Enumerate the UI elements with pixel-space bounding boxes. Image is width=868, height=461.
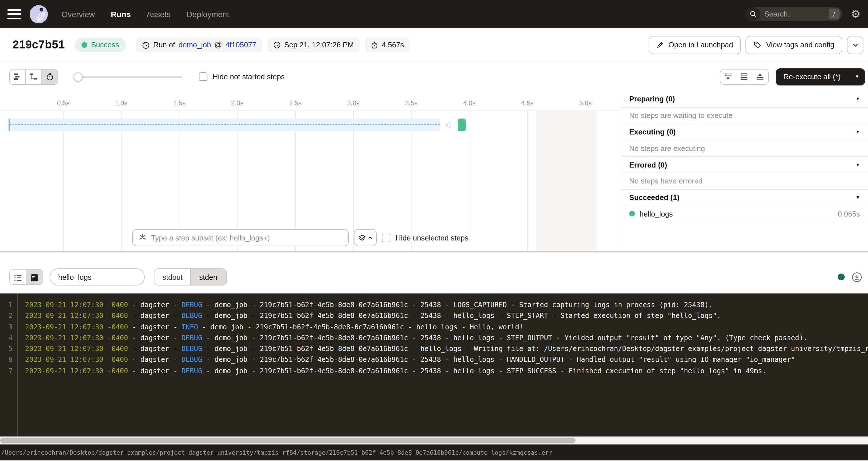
panel-section-header: Errored (0)▼ — [621, 157, 868, 173]
gantt-overflow-band — [536, 111, 597, 251]
raw-log-view-button[interactable] — [26, 270, 43, 285]
section-collapse-caret-icon[interactable]: ▼ — [856, 97, 860, 102]
log-file-path: /Users/erincochran/Desktop/dagster-examp… — [1, 449, 552, 456]
log-io-tabs: stdoutstderr — [154, 268, 226, 285]
panel-section-header: Executing (0)▼ — [621, 124, 868, 141]
op-selector-icon — [138, 234, 147, 242]
timed-gantt-view-button[interactable] — [41, 69, 58, 84]
log-line: 62023-09-21 12:07:30 -0400 - dagster - D… — [0, 355, 868, 366]
panel-layout-group — [719, 69, 769, 85]
waterfall-gantt-view-button[interactable] — [26, 69, 41, 84]
duration-tag: 4.567s — [365, 37, 410, 52]
collapse-panel-down-button[interactable] — [720, 69, 736, 84]
log-tab-stdout[interactable]: stdout — [154, 269, 191, 285]
hide-not-started-label[interactable]: Hide not started steps — [213, 72, 285, 81]
panel-section-title: Executing (0) — [629, 128, 856, 136]
log-line-text: 2023-09-21 12:07:30 -0400 - dagster - DE… — [25, 300, 713, 311]
history-icon — [142, 41, 150, 49]
run-id: 219c7b51 — [12, 38, 65, 51]
nav-item-runs[interactable]: Runs — [111, 9, 131, 19]
log-step-select[interactable]: hello_logs — [50, 268, 145, 285]
timestamp-tag: Sep 21, 12:07:26 PM — [267, 37, 359, 52]
gantt-chart: 0.5s1.0s1.5s2.0s2.5s3.0s3.5s4.0s4.5s5.0s — [0, 91, 621, 251]
run-header: 219c7b51 Success Run of demo_job @ 4f105… — [0, 28, 868, 62]
log-line: 22023-09-21 12:07:30 -0400 - dagster - D… — [0, 311, 868, 322]
gantt-time-axis: 0.5s1.0s1.5s2.0s2.5s3.0s3.5s4.0s4.5s5.0s — [0, 91, 621, 111]
nav-item-overview[interactable]: Overview — [62, 9, 95, 19]
panel-empty-message: No steps have errored — [621, 173, 868, 190]
status-bar: /Users/erincochran/Desktop/dagster-examp… — [0, 444, 868, 460]
nav-item-assets[interactable]: Assets — [147, 9, 171, 19]
log-line-text: 2023-09-21 12:07:30 -0400 - dagster - IN… — [25, 322, 523, 333]
log-line: 32023-09-21 12:07:30 -0400 - dagster - I… — [0, 322, 868, 333]
axis-gridline — [469, 111, 470, 251]
log-line-text: 2023-09-21 12:07:30 -0400 - dagster - DE… — [25, 333, 807, 344]
axis-tick-label: 1.5s — [173, 100, 186, 106]
dagster-logo-icon[interactable] — [30, 5, 48, 23]
structured-log-view-button[interactable] — [10, 270, 26, 285]
reexecute-caret-icon[interactable]: ▼ — [849, 68, 865, 85]
pencil-icon — [656, 41, 664, 49]
hide-unselected-checkbox[interactable] — [382, 233, 391, 242]
view-tags-config-button[interactable]: View tags and config — [746, 36, 842, 54]
axis-tick-label: 2.5s — [289, 100, 302, 106]
menu-icon[interactable] — [7, 9, 21, 19]
axis-tick-label: 0.5s — [57, 100, 69, 106]
step-subset-box[interactable] — [132, 229, 349, 246]
search-shortcut-badge: / — [829, 8, 839, 19]
log-status-dot-icon — [838, 274, 845, 280]
log-line-number: 2 — [0, 311, 12, 322]
search-input[interactable] — [764, 10, 818, 18]
axis-gridline — [527, 111, 528, 251]
log-line-number: 4 — [0, 333, 12, 344]
download-log-button[interactable] — [851, 272, 862, 282]
step-exec-bar[interactable] — [458, 119, 466, 131]
job-link[interactable]: demo_job — [178, 40, 211, 49]
slider-thumb[interactable] — [73, 72, 83, 81]
axis-tick-label: 1.0s — [115, 100, 128, 106]
step-name: hello_logs — [640, 210, 833, 218]
panel-step-row[interactable]: hello_logs0.065s — [621, 206, 868, 222]
log-hscrollbar-thumb[interactable] — [0, 438, 576, 443]
step-subset-input[interactable] — [151, 233, 343, 242]
hide-unselected-label[interactable]: Hide unselected steps — [396, 233, 468, 242]
search-box[interactable]: / — [746, 7, 842, 21]
step-duration: 0.065s — [838, 210, 860, 218]
log-line-number: 1 — [0, 300, 12, 311]
slider-track[interactable] — [73, 75, 182, 78]
hide-not-started-checkbox[interactable] — [199, 72, 208, 81]
step-waiting-bar[interactable] — [8, 119, 440, 131]
version-link[interactable]: 4f105077 — [225, 40, 256, 49]
log-hscrollbar — [0, 436, 868, 444]
gantt-section: 0.5s1.0s1.5s2.0s2.5s3.0s3.5s4.0s4.5s5.0s — [0, 91, 868, 251]
log-line-number: 7 — [0, 366, 12, 377]
log-line-number: 5 — [0, 344, 12, 355]
dagster-run-page: OverviewRunsAssetsDeployment / ⚙ 219c7b5… — [0, 0, 868, 461]
log-output: 12023-09-21 12:07:30 -0400 - dagster - D… — [0, 294, 868, 436]
log-tab-stderr[interactable]: stderr — [191, 269, 226, 285]
panel-section-header: Succeeded (1)▼ — [621, 190, 868, 206]
log-line: 12023-09-21 12:07:30 -0400 - dagster - D… — [0, 300, 868, 311]
gantt-zoom-slider[interactable] — [73, 72, 182, 81]
flat-gantt-view-button[interactable] — [10, 69, 26, 84]
status-badge: Success — [74, 37, 126, 52]
collapse-panel-up-button[interactable] — [752, 69, 768, 84]
more-actions-button[interactable] — [847, 36, 863, 54]
run-of-tag: Run of demo_job @ 4f105077 — [136, 37, 262, 52]
section-collapse-caret-icon[interactable]: ▼ — [856, 129, 860, 134]
panel-section-title: Preparing (0) — [629, 95, 856, 103]
nav-item-deployment[interactable]: Deployment — [187, 9, 229, 19]
step-success-dot-icon — [629, 211, 635, 217]
split-panels-button[interactable] — [736, 69, 752, 84]
log-line-number: 3 — [0, 322, 12, 333]
open-launchpad-button[interactable]: Open in Launchpad — [649, 36, 741, 54]
panel-empty-message: No steps are executing — [621, 141, 868, 157]
gear-icon[interactable]: ⚙ — [851, 8, 861, 19]
log-line-text: 2023-09-21 12:07:30 -0400 - dagster - DE… — [25, 311, 721, 322]
tag-icon — [754, 41, 762, 49]
section-collapse-caret-icon[interactable]: ▼ — [856, 195, 860, 200]
log-line: 72023-09-21 12:07:30 -0400 - dagster - D… — [0, 366, 868, 377]
reexecute-all-button[interactable]: Re-execute all (*) ▼ — [775, 68, 865, 85]
section-collapse-caret-icon[interactable]: ▼ — [856, 162, 860, 167]
graph-query-toggle-button[interactable] — [354, 229, 377, 246]
